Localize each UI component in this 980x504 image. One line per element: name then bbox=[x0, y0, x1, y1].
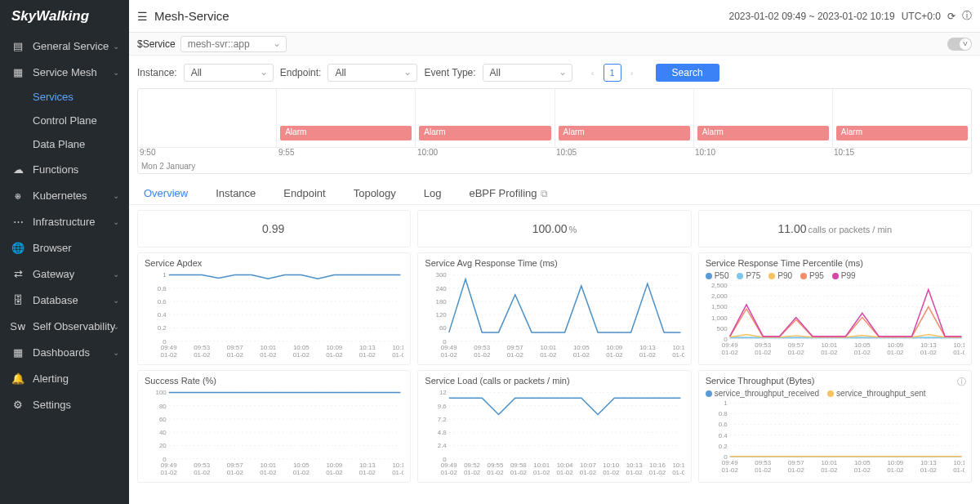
alarm-event[interactable]: Alarm bbox=[419, 126, 550, 140]
gear-icon: ⚙ bbox=[11, 398, 24, 411]
sidebar-item-database[interactable]: 🗄Database⌄ bbox=[0, 287, 129, 313]
svg-text:10:01: 10:01 bbox=[821, 459, 837, 466]
svg-text:10:04: 10:04 bbox=[557, 462, 573, 469]
svg-text:9.6: 9.6 bbox=[438, 403, 448, 410]
timeline-tick: 9:50 bbox=[138, 148, 277, 159]
legend-item[interactable]: P99 bbox=[832, 271, 856, 280]
search-button[interactable]: Search bbox=[656, 64, 719, 82]
tab-log[interactable]: Log bbox=[424, 187, 442, 199]
sidebar-subitem-data-plane[interactable]: Data Plane bbox=[0, 132, 129, 156]
chart-throughput: Service Throughput (Bytes) ⓘ service_thr… bbox=[698, 370, 972, 483]
cloud-icon: ☁ bbox=[11, 163, 24, 176]
endpoint-select[interactable]: All bbox=[327, 64, 417, 82]
page-prev[interactable]: ‹ bbox=[584, 64, 602, 82]
legend-item[interactable]: service_throughput_received bbox=[706, 389, 819, 398]
svg-text:09:49: 09:49 bbox=[441, 344, 457, 351]
sidebar-item-label: Alerting bbox=[33, 372, 69, 385]
svg-text:10:17: 10:17 bbox=[392, 462, 403, 469]
svg-text:10:17: 10:17 bbox=[392, 344, 403, 351]
sidebar-item-dashboards[interactable]: ▦Dashboards⌄ bbox=[0, 339, 129, 365]
metric-card: 100.00% bbox=[417, 210, 691, 248]
copy-icon[interactable]: ⧉ bbox=[541, 188, 548, 199]
svg-text:09:57: 09:57 bbox=[227, 462, 243, 469]
chevron-down-icon: ⌄ bbox=[113, 68, 119, 77]
svg-text:01-02: 01-02 bbox=[639, 351, 656, 359]
topbar: ☰ Mesh-Service 2023-01-02 09:49 ~ 2023-0… bbox=[129, 0, 980, 33]
svg-text:1,500: 1,500 bbox=[711, 304, 728, 311]
sidebar-item-browser[interactable]: 🌐Browser bbox=[0, 234, 129, 261]
svg-text:10:09: 10:09 bbox=[607, 344, 623, 351]
metric-card: 11.00calls or packets / min bbox=[698, 210, 972, 248]
sidebar-subitem-services[interactable]: Services bbox=[0, 85, 129, 109]
svg-text:10:01: 10:01 bbox=[260, 462, 276, 469]
svg-text:01-02: 01-02 bbox=[887, 349, 903, 356]
chevron-down-icon: ⌄ bbox=[113, 270, 119, 279]
sidebar-item-functions[interactable]: ☁Functions bbox=[0, 156, 129, 182]
svg-text:10:13: 10:13 bbox=[920, 341, 937, 349]
sidebar-item-label: Service Mesh bbox=[33, 66, 97, 78]
page-next[interactable]: › bbox=[623, 64, 641, 82]
page-current[interactable]: 1 bbox=[604, 64, 621, 82]
svg-text:01-02: 01-02 bbox=[441, 469, 457, 476]
sidebar-item-gateway[interactable]: ⇄Gateway⌄ bbox=[0, 261, 129, 287]
svg-text:01-02: 01-02 bbox=[673, 351, 684, 359]
sidebar-item-self-observability[interactable]: SᴡSelf Observability⌄ bbox=[0, 313, 129, 339]
svg-text:100: 100 bbox=[156, 389, 167, 396]
svg-text:01-02: 01-02 bbox=[533, 469, 550, 476]
timeline: AlarmAlarmAlarmAlarmAlarm 9:509:5510:001… bbox=[137, 88, 972, 174]
sidebar-item-infrastructure[interactable]: ⋯Infrastructure⌄ bbox=[0, 208, 129, 234]
filter-bar: Instance: All Endpoint: All Event Type: … bbox=[129, 56, 980, 88]
svg-text:01-02: 01-02 bbox=[887, 466, 903, 474]
refresh-icon[interactable]: ⟳ bbox=[947, 11, 956, 22]
tab-instance[interactable]: Instance bbox=[216, 187, 256, 199]
time-range[interactable]: 2023-01-02 09:49 ~ 2023-01-02 10:19 bbox=[728, 11, 894, 22]
sidebar-subitem-control-plane[interactable]: Control Plane bbox=[0, 109, 129, 132]
svg-text:10:01: 10:01 bbox=[821, 341, 837, 349]
service-select[interactable]: mesh-svr::app bbox=[180, 36, 287, 52]
alarm-event[interactable]: Alarm bbox=[280, 126, 412, 140]
sidebar-item-label: Gateway bbox=[33, 268, 74, 280]
view-toggle[interactable] bbox=[947, 38, 972, 51]
alarm-event[interactable]: Alarm bbox=[559, 126, 690, 140]
sidebar-item-settings[interactable]: ⚙Settings bbox=[0, 391, 129, 417]
sidebar-item-general-service[interactable]: ▤General Service⌄ bbox=[0, 33, 129, 59]
alarm-event[interactable]: Alarm bbox=[836, 126, 968, 140]
menu-toggle-icon[interactable]: ☰ bbox=[137, 10, 148, 23]
svg-text:4.8: 4.8 bbox=[438, 429, 448, 436]
tab-ebpf-profiling[interactable]: eBPF Profiling⧉ bbox=[469, 187, 547, 199]
legend-item[interactable]: P95 bbox=[800, 271, 824, 280]
info-icon[interactable]: ⓘ bbox=[957, 376, 966, 388]
bell-icon: 🔔 bbox=[11, 372, 24, 385]
event-type-select[interactable]: All bbox=[483, 64, 572, 82]
legend-item[interactable]: P90 bbox=[768, 271, 792, 280]
instance-select[interactable]: All bbox=[184, 64, 274, 82]
info-icon[interactable]: ⓘ bbox=[962, 9, 972, 23]
timeline-tick: 9:55 bbox=[277, 148, 416, 159]
tabs: OverviewInstanceEndpointTopologyLogeBPF … bbox=[129, 181, 980, 205]
metric-value: 11.00 bbox=[777, 222, 806, 235]
timeline-tick: 10:15 bbox=[832, 148, 971, 159]
svg-text:10:05: 10:05 bbox=[293, 344, 310, 351]
svg-text:0.6: 0.6 bbox=[158, 298, 167, 306]
legend-item[interactable]: P75 bbox=[737, 271, 760, 280]
chart-avg-rt: Service Avg Response Time (ms) 060120180… bbox=[417, 252, 691, 365]
svg-text:2,500: 2,500 bbox=[711, 282, 728, 289]
chevron-down-icon: ⌄ bbox=[113, 296, 119, 305]
sidebar-item-service-mesh[interactable]: ▦Service Mesh⌄ bbox=[0, 59, 129, 85]
svg-text:01-02: 01-02 bbox=[359, 469, 376, 476]
tab-overview[interactable]: Overview bbox=[144, 187, 188, 199]
svg-text:10:10: 10:10 bbox=[604, 462, 620, 469]
tab-topology[interactable]: Topology bbox=[354, 187, 396, 199]
sidebar-item-kubernetes[interactable]: ⎈Kubernetes⌄ bbox=[0, 182, 129, 208]
sidebar-item-alerting[interactable]: 🔔Alerting bbox=[0, 365, 129, 391]
legend-item[interactable]: service_throughput_sent bbox=[827, 389, 926, 398]
svg-text:09:49: 09:49 bbox=[161, 344, 177, 351]
svg-text:09:57: 09:57 bbox=[788, 341, 804, 349]
legend-item[interactable]: P50 bbox=[706, 271, 729, 280]
svg-text:01-02: 01-02 bbox=[441, 351, 457, 359]
svg-text:10:01: 10:01 bbox=[541, 344, 557, 351]
svg-text:01-02: 01-02 bbox=[953, 466, 964, 474]
tab-endpoint[interactable]: Endpoint bbox=[283, 187, 325, 199]
alarm-event[interactable]: Alarm bbox=[697, 126, 829, 140]
svg-text:01-02: 01-02 bbox=[161, 351, 177, 359]
